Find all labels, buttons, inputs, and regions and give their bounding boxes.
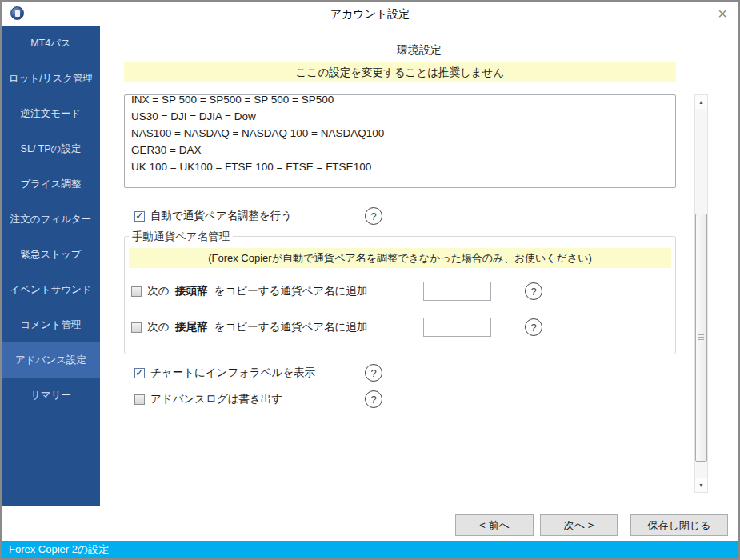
settings-content: 環境設定 ここの設定を変更することは推奨しません INX = SP 500 = …	[100, 26, 738, 506]
next-button[interactable]: 次へ >	[540, 514, 618, 536]
suffix-checkbox[interactable]	[131, 322, 142, 333]
advanced-log-row: アドバンスログは書き出す ?	[134, 389, 382, 410]
info-label-checkbox[interactable]	[134, 368, 145, 378]
app-icon	[10, 6, 24, 20]
help-icon[interactable]: ?	[365, 364, 382, 382]
save-close-button[interactable]: 保存し閉じる	[630, 514, 728, 536]
sidebar-item-comment[interactable]: コメント管理	[2, 307, 100, 342]
symbol-mapping-line: INX = SP 500 = SP500 = SP 500 = SP500	[131, 94, 669, 108]
sidebar-item-emergency-stop[interactable]: 緊急ストップ	[2, 237, 100, 272]
suffix-input[interactable]	[423, 318, 491, 337]
sidebar-item-advanced[interactable]: アドバンス設定	[2, 342, 100, 378]
manual-pair-group: 手動通貨ペア名管理 (Forex Copierが自動で通貨ペア名を調整できなかっ…	[124, 236, 676, 354]
symbol-mapping-line: US30 = DJI = DJIA = Dow	[131, 108, 669, 125]
scrollbar-thumb[interactable]	[695, 214, 707, 462]
help-icon[interactable]: ?	[525, 318, 542, 336]
sidebar-item-order-filter[interactable]: 注文のフィルター	[2, 202, 100, 237]
scroll-up-icon[interactable]: ▲	[695, 95, 707, 109]
symbol-mapping-line: GER30 = DAX	[131, 142, 669, 158]
group-title: 手動通貨ペア名管理	[129, 230, 233, 244]
prefix-input[interactable]	[423, 282, 491, 301]
sidebar-item-mt4-path[interactable]: MT4パス	[2, 26, 100, 61]
suffix-label: 次の 接尾辞 をコピーする通貨ペア名に追加	[147, 320, 423, 334]
prefix-label: 次の 接頭辞 をコピーする通貨ペア名に追加	[147, 284, 423, 298]
scroll-down-icon[interactable]: ▼	[695, 478, 707, 492]
suffix-label-emphasis: 接尾辞	[175, 320, 208, 334]
help-icon[interactable]: ?	[365, 207, 382, 225]
auto-adjust-label: 自動で通貨ペア名調整を行う	[150, 209, 365, 223]
sidebar-item-reverse-order[interactable]: 逆注文モード	[2, 96, 100, 131]
prefix-checkbox[interactable]	[131, 286, 142, 297]
prefix-label-before: 次の	[147, 284, 169, 298]
sidebar-item-price-adjust[interactable]: プライス調整	[2, 166, 100, 202]
close-icon[interactable]: ×	[713, 4, 732, 23]
prefix-label-emphasis: 接頭辞	[175, 284, 208, 298]
suffix-label-before: 次の	[147, 320, 169, 334]
symbol-mapping-list[interactable]: INX = SP 500 = SP500 = SP 500 = SP500 US…	[124, 94, 676, 188]
info-label-row: チャートにインフォラベルを表示 ?	[134, 362, 382, 383]
help-icon[interactable]: ?	[525, 282, 542, 300]
account-settings-window: アカウント設定 × MT4パス ロット/リスク管理 逆注文モード SL/ TPの…	[0, 0, 740, 560]
title-bar: アカウント設定 ×	[2, 2, 738, 26]
auto-adjust-row: 自動で通貨ペア名調整を行う ?	[134, 206, 382, 226]
prev-button[interactable]: < 前へ	[455, 514, 534, 536]
sidebar: MT4パス ロット/リスク管理 逆注文モード SL/ TPの設定 プライス調整 …	[2, 26, 100, 506]
help-icon[interactable]: ?	[365, 390, 382, 408]
sidebar-item-lot-risk[interactable]: ロット/リスク管理	[2, 61, 100, 96]
advanced-log-checkbox[interactable]	[134, 394, 145, 405]
symbol-mapping-line: UK 100 = UK100 = FTSE 100 = FTSE = FTSE1…	[131, 158, 669, 175]
prefix-row: 次の 接頭辞 をコピーする通貨ペア名に追加 ?	[131, 280, 675, 302]
footer-buttons: < 前へ 次へ > 保存し閉じる	[2, 514, 728, 536]
auto-adjust-checkbox[interactable]	[134, 211, 145, 222]
sidebar-item-summary[interactable]: サマリー	[2, 378, 100, 413]
window-title: アカウント設定	[2, 2, 738, 26]
symbol-mapping-line: NAS100 = NASDAQ = NASDAQ 100 = NASDAQ100	[131, 125, 669, 142]
info-label-text: チャートにインフォラベルを表示	[150, 366, 365, 380]
prefix-label-after: をコピーする通貨ペア名に追加	[214, 284, 368, 298]
sidebar-item-event-sound[interactable]: イベントサウンド	[2, 272, 100, 307]
group-note-banner: (Forex Copierが自動で通貨ペア名を調整できなかった場合のみ、お使いく…	[129, 248, 671, 268]
sidebar-item-sl-tp[interactable]: SL/ TPの設定	[2, 131, 100, 166]
warning-banner: ここの設定を変更することは推奨しません	[124, 62, 676, 82]
status-bar: Forex Copier 2の設定	[2, 541, 738, 558]
section-title: 環境設定	[100, 43, 738, 58]
advanced-log-label: アドバンスログは書き出す	[150, 392, 365, 406]
vertical-scrollbar[interactable]: ▲ ▼	[694, 94, 708, 493]
suffix-label-after: をコピーする通貨ペア名に追加	[214, 320, 368, 334]
suffix-row: 次の 接尾辞 をコピーする通貨ペア名に追加 ?	[131, 316, 675, 338]
